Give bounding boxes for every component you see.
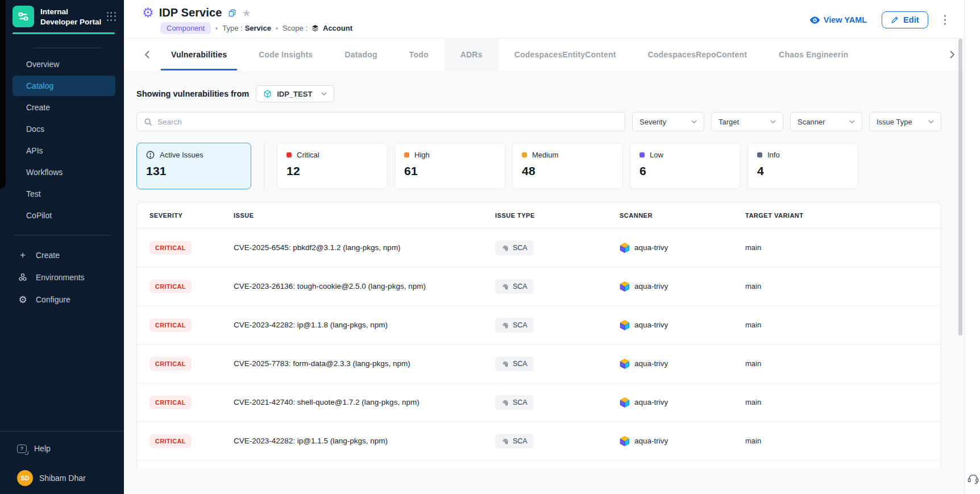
issue-type-label: SCA (513, 283, 528, 290)
view-yaml-link[interactable]: View YAML (810, 15, 867, 24)
col-scanner: SCANNER (620, 212, 745, 219)
issue-text: CVE-2023-42282: ip@1.1.8 (lang-pkgs, npm… (234, 321, 495, 329)
help-button[interactable]: ? Help (17, 444, 111, 453)
target-variant: main (745, 398, 941, 406)
issue-type-badge: SCA (495, 279, 534, 294)
card-value: 131 (146, 164, 242, 178)
table-row[interactable]: CRITICAL CVE-2023-26136: tough-cookie@2.… (137, 267, 941, 306)
fingerprint-icon (501, 398, 509, 406)
table-row[interactable]: CRITICAL CVE-2025-6545: pbkdf2@3.1.2 (la… (137, 229, 941, 267)
sidebar-accent-rule (13, 32, 115, 34)
sidebar-action-label: Configure (36, 295, 70, 304)
filter-label: Target (719, 118, 739, 126)
target-variant: main (745, 437, 941, 445)
tab-vulnerabilities[interactable]: Vulnerabilities (155, 39, 243, 70)
summary-cards: Active Issues 131 Critical 12 High (136, 143, 941, 189)
chevron-down-icon (849, 120, 855, 123)
sidebar-item-overview[interactable]: Overview (13, 54, 115, 74)
showing-label: Showing vulnerabilities from (136, 89, 249, 98)
sidebar-item-test[interactable]: Test (13, 184, 115, 204)
vulnerabilities-content: Showing vulnerabilities from IDP_TEST (124, 70, 964, 494)
issue-type-badge: SCA (495, 356, 534, 371)
card-high[interactable]: High 61 (395, 143, 505, 189)
target-variant: main (745, 321, 941, 329)
sidebar-item-copilot[interactable]: CoPilot (13, 205, 115, 226)
cube-icon (263, 90, 272, 98)
support-headset-icon[interactable] (967, 472, 979, 487)
issue-type-badge: SCA (495, 434, 534, 449)
issue-type-label: SCA (513, 321, 528, 329)
sidebar-item-workflows[interactable]: Workflows (13, 162, 115, 182)
sidebar-item-create[interactable]: Create (13, 97, 115, 118)
col-issue: ISSUE (234, 212, 495, 219)
scanner-cell: aqua-trivy (620, 319, 745, 331)
star-icon[interactable]: ★ (242, 8, 251, 18)
card-medium[interactable]: Medium 48 (512, 143, 623, 189)
gear-icon: ⚙ (17, 294, 28, 306)
sidebar-item-docs[interactable]: Docs (13, 119, 115, 139)
project-select[interactable]: IDP_TEST (256, 85, 334, 102)
severity-badge: CRITICAL (150, 357, 192, 371)
issue-text: CVE-2021-42740: shell-quote@1.7.2 (lang-… (234, 398, 495, 406)
tab-codespaces-entity-content[interactable]: CodespacesEntityContent (499, 39, 632, 70)
trivy-logo-icon (620, 319, 630, 331)
card-low[interactable]: Low 6 (630, 143, 741, 189)
filter-severity[interactable]: Severity (632, 112, 704, 131)
scanner-cell: aqua-trivy (620, 358, 745, 370)
info-dot-icon (757, 152, 762, 157)
issue-type-label: SCA (513, 244, 528, 252)
card-active-issues[interactable]: Active Issues 131 (136, 143, 251, 189)
card-critical[interactable]: Critical 12 (277, 143, 388, 189)
copy-icon[interactable] (228, 9, 236, 17)
filter-label: Scanner (798, 118, 825, 126)
fingerprint-icon (501, 437, 509, 445)
table-row[interactable]: CRITICAL CVE-2023-42282: ip@1.1.8 (lang-… (137, 306, 941, 344)
high-dot-icon (404, 152, 409, 157)
tab-codespaces-repo-content[interactable]: CodespacesRepoContent (632, 39, 763, 70)
scanner-cell: aqua-trivy (620, 435, 745, 447)
tab-adrs[interactable]: ADRs (445, 39, 499, 70)
sidebar-action-create[interactable]: + Create (17, 247, 111, 264)
plus-icon: + (17, 250, 28, 261)
sidebar-action-label: Environments (36, 273, 85, 282)
issue-type-label: SCA (513, 360, 528, 368)
trivy-logo-icon (620, 358, 630, 370)
table-row[interactable]: CRITICAL CVE-2023-42282: ip@1.1.5 (lang-… (137, 422, 941, 460)
tab-chaos-engineering[interactable]: Chaos Engineerin (763, 39, 853, 70)
table-header: SEVERITY ISSUE ISSUE TYPE SCANNER TARGET… (137, 202, 941, 229)
card-info[interactable]: Info 4 (748, 143, 858, 189)
severity-badge: CRITICAL (150, 318, 192, 332)
page: Internal Developer Portal Overview Catal… (0, 0, 980, 494)
filter-target[interactable]: Target (711, 112, 783, 131)
trivy-logo-icon (620, 242, 630, 254)
tab-todo[interactable]: Todo (393, 39, 445, 70)
filter-scanner[interactable]: Scanner (790, 112, 862, 131)
apps-grid-icon[interactable] (107, 12, 116, 21)
table-row[interactable]: CRITICAL CVE-2025-7783: form-data@2.3.3 … (137, 344, 941, 383)
edit-button[interactable]: Edit (882, 11, 928, 28)
portal-logo-icon[interactable] (13, 6, 34, 27)
tabs-scroll-left-icon[interactable] (139, 39, 155, 70)
filter-issue-type[interactable]: Issue Type (869, 112, 941, 131)
sidebar-action-configure[interactable]: ⚙ Configure (17, 291, 111, 308)
tab-datadog[interactable]: Datadog (329, 39, 393, 70)
tab-code-insights[interactable]: Code Insights (243, 39, 329, 70)
sidebar-item-catalog[interactable]: Catalog (13, 76, 115, 96)
user-row[interactable]: SD Shibam Dhar (17, 470, 111, 486)
issue-type-label: SCA (513, 437, 528, 445)
cards-divider (264, 144, 264, 188)
card-value: 4 (757, 164, 849, 178)
more-options-icon[interactable] (941, 11, 950, 28)
type-label: Type : (222, 24, 242, 32)
sidebar-nav: Overview Catalog Create Docs APIs Workfl… (0, 49, 124, 227)
vulnerabilities-table: SEVERITY ISSUE ISSUE TYPE SCANNER TARGET… (136, 202, 941, 469)
issue-text: CVE-2025-7783: form-data@2.3.3 (lang-pkg… (234, 359, 495, 368)
sidebar-item-apis[interactable]: APIs (13, 140, 115, 161)
sidebar-action-environments[interactable]: Environments (17, 269, 111, 286)
search-input[interactable] (157, 118, 618, 126)
trivy-logo-icon (620, 281, 630, 292)
card-value: 61 (404, 164, 496, 178)
scrollbar-thumb[interactable] (958, 39, 962, 335)
issue-type-badge: SCA (495, 318, 534, 333)
table-row[interactable]: CRITICAL CVE-2021-42740: shell-quote@1.7… (137, 383, 941, 422)
